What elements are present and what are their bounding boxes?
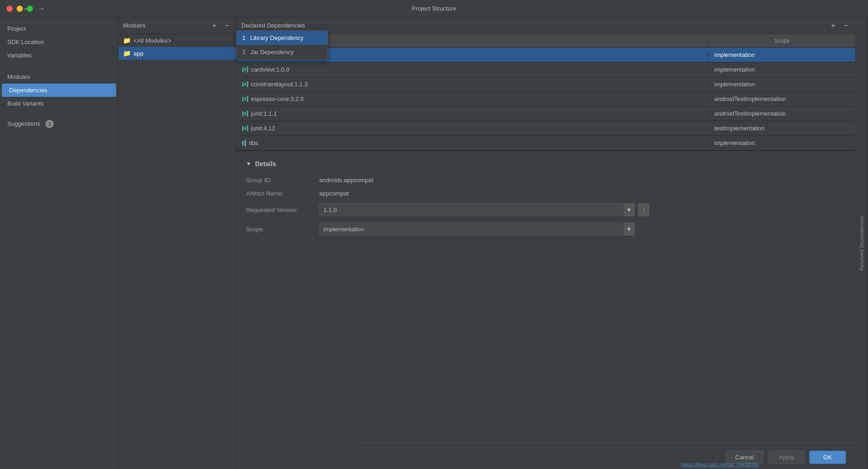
modules-panel-header: Modules + −	[118, 17, 236, 34]
deps-row-appcompat-scope: implementation	[708, 51, 855, 58]
sidebar-item-project[interactable]: Project	[0, 22, 118, 35]
details-title: Details	[255, 160, 276, 168]
nav-arrows: ← →	[23, 5, 45, 13]
sidebar: Project SDK Location Variables Modules D…	[0, 17, 118, 469]
dropdown-item-2-label: Jar Dependency	[250, 49, 294, 56]
dropdown-item-1-label: Library Dependency	[250, 34, 303, 41]
sidebar-section-modules	[0, 62, 118, 70]
details-scope-wrap: implementation ▼	[319, 223, 634, 235]
details-group-id-value: androidx.appcompat	[319, 177, 373, 184]
back-arrow[interactable]: ←	[23, 5, 30, 13]
module-all[interactable]: 📁 <All Modules>	[118, 34, 236, 47]
deps-row-constraintlayout-label: constraintlayout:1.1.3	[251, 81, 308, 88]
deps-row-cardview-scope: implementation	[708, 66, 855, 73]
details-version-extra-btn[interactable]: ⋮	[638, 203, 649, 216]
module-icon-app: 📁	[123, 50, 131, 57]
deps-row-junit1-label: junit:1.1.1	[251, 110, 277, 117]
deps-row-appcompat[interactable]: appcompat:1.1.0 implementation	[237, 48, 855, 62]
modules-panel: Modules + − 📁 <All Modules> 📁 app	[118, 17, 237, 469]
deps-row-cardview[interactable]: cardview:1.0.0 implementation	[237, 62, 855, 77]
sidebar-item-suggestions[interactable]: Suggestions 1	[0, 117, 118, 131]
sidebar-item-dependencies[interactable]: Dependencies	[2, 84, 116, 97]
deps-add-button[interactable]: +	[829, 21, 838, 30]
dep-icon-espresso	[242, 96, 248, 102]
modules-remove-button[interactable]: −	[223, 21, 232, 30]
details-group-id-label: Group ID:	[246, 177, 319, 184]
details-scope-select[interactable]: implementation	[319, 223, 622, 235]
dropdown-item-jar-dep[interactable]: 2 Jar Dependency	[237, 45, 328, 59]
bottom-bar: https://blog.csdn.net/qq_39438055 Cancel…	[355, 445, 855, 469]
module-all-label: <All Modules>	[134, 37, 171, 44]
title-bar: ← → Project Structure	[0, 0, 868, 17]
dropdown-item-library-dep[interactable]: 1 Library Dependency	[237, 31, 328, 45]
deps-row-constraintlayout-scope: implementation	[708, 81, 855, 88]
deps-row-junit4-name: junit:4.12	[237, 125, 708, 132]
dep-icon-cardview	[242, 67, 248, 73]
module-app[interactable]: 📁 app	[118, 47, 236, 60]
details-group-id-row: Group ID: androidx.appcompat	[246, 177, 846, 184]
sidebar-item-build-variants[interactable]: Build Variants	[0, 97, 118, 110]
deps-row-espresso-scope: androidTestImplementation	[708, 95, 855, 102]
suggestions-label: Suggestions	[7, 120, 40, 127]
details-version-select[interactable]: 1.1.0	[319, 203, 622, 216]
sidebar-item-sdk-location[interactable]: SDK Location	[0, 35, 118, 49]
module-icon-all: 📁	[123, 37, 131, 44]
deps-panel-header: Declared Dependencies + −	[237, 17, 855, 34]
main-layout: Project SDK Location Variables Modules D…	[0, 17, 868, 469]
deps-col-scope-header: Scope	[708, 38, 855, 44]
add-dependency-dropdown: 1 Library Dependency 2 Jar Dependency	[236, 30, 328, 60]
deps-row-libs-scope: implementation	[708, 140, 855, 146]
details-version-row: Requested Version: 1.1.0 ▼ ⋮	[246, 203, 846, 216]
deps-row-cardview-name: cardview:1.0.0	[237, 66, 708, 73]
deps-row-espresso[interactable]: espresso-core:3.2.0 androidTestImplement…	[237, 92, 855, 106]
deps-table-header: Dependency Scope	[237, 34, 855, 48]
deps-row-espresso-name: espresso-core:3.2.0	[237, 95, 708, 102]
deps-row-libs-label: libs	[249, 140, 258, 146]
deps-row-libs-name: libs	[237, 140, 708, 146]
details-scope-row: Scope: implementation ▼	[246, 223, 846, 235]
minimize-button[interactable]	[17, 6, 23, 12]
bottom-link[interactable]: https://blog.csdn.net/qq_39438055	[681, 462, 759, 467]
close-button[interactable]	[6, 6, 13, 12]
dropdown-item-2-number: 2	[242, 49, 245, 56]
dep-icon-junit4	[242, 125, 248, 131]
apply-button[interactable]: Apply	[768, 451, 805, 464]
modules-panel-title: Modules	[123, 22, 145, 29]
details-artifact-row: Artifact Name: appcompat	[246, 190, 846, 197]
details-artifact-label: Artifact Name:	[246, 190, 319, 197]
deps-row-junit1-name: junit:1.1.1	[237, 110, 708, 117]
deps-row-junit4[interactable]: junit:4.12 testImplementation	[237, 121, 855, 136]
module-app-label: app	[134, 50, 144, 57]
details-scope-label: Scope:	[246, 226, 319, 233]
modules-panel-buttons: + −	[210, 21, 232, 30]
deps-row-junit4-scope: testImplementation	[708, 125, 855, 132]
details-scope-dropdown-arrow[interactable]: ▼	[623, 223, 634, 235]
sidebar-item-modules[interactable]: Modules	[0, 70, 118, 84]
deps-row-junit4-label: junit:4.12	[251, 125, 275, 132]
deps-panel-buttons: + −	[829, 21, 851, 30]
deps-row-junit1-scope: androidTestImplementation	[708, 110, 855, 117]
forward-arrow[interactable]: →	[38, 5, 45, 13]
details-artifact-value: appcompat	[319, 190, 349, 197]
details-version-dropdown-arrow[interactable]: ▼	[623, 203, 634, 216]
deps-row-libs[interactable]: libs implementation	[237, 136, 855, 151]
details-chevron-icon[interactable]: ▼	[246, 161, 251, 167]
suggestions-badge: 1	[45, 120, 54, 128]
details-header: ▼ Details	[246, 160, 846, 168]
resolved-dependencies-tab[interactable]: Resolved Dependencies	[855, 17, 868, 469]
deps-row-constraintlayout[interactable]: constraintlayout:1.1.3 implementation	[237, 77, 855, 92]
deps-row-constraintlayout-name: constraintlayout:1.1.3	[237, 81, 708, 88]
details-panel: ▼ Details Group ID: androidx.appcompat A…	[237, 151, 855, 251]
deps-row-cardview-label: cardview:1.0.0	[251, 66, 289, 73]
dropdown-item-1-number: 1	[242, 34, 245, 41]
details-version-wrap: 1.1.0 ▼ ⋮	[319, 203, 649, 216]
sidebar-item-variables[interactable]: Variables	[0, 49, 118, 62]
deps-panel-title: Declared Dependencies	[241, 22, 305, 29]
ok-button[interactable]: OK	[809, 451, 846, 464]
modules-add-button[interactable]: +	[210, 21, 219, 30]
dep-icon-junit1	[242, 111, 248, 117]
deps-remove-button[interactable]: −	[841, 21, 851, 30]
deps-row-espresso-label: espresso-core:3.2.0	[251, 95, 304, 102]
main-panels: Modules + − 📁 <All Modules> 📁 app Declar…	[118, 17, 868, 469]
deps-row-junit1[interactable]: junit:1.1.1 androidTestImplementation	[237, 106, 855, 121]
